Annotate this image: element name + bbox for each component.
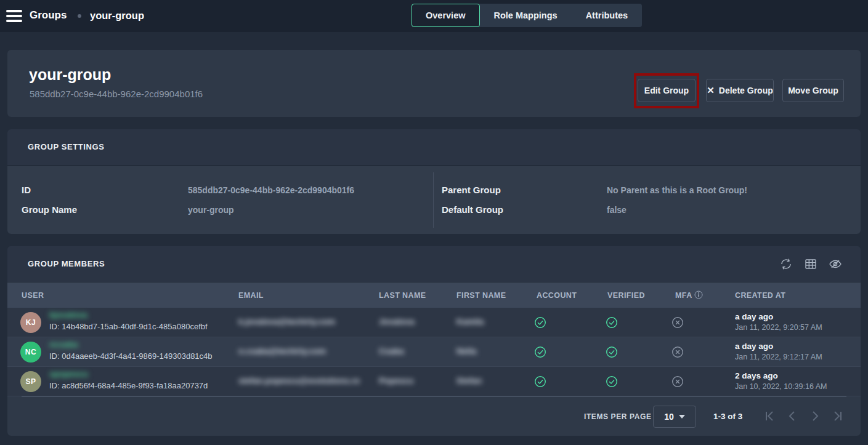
account-check-icon xyxy=(533,345,547,359)
last-name-redacted: Popescu xyxy=(379,376,413,385)
username-redacted: spopescu xyxy=(49,369,88,379)
username-redacted: kjovalova xyxy=(49,310,87,319)
hamburger-menu-icon[interactable] xyxy=(6,10,22,22)
first-page-icon[interactable] xyxy=(763,409,777,423)
created-absolute: Jan 11, 2022, 9:12:17 AM xyxy=(735,353,822,361)
col-mfa: MFA xyxy=(675,291,692,300)
group-members-section: GROUP MEMBERS xyxy=(7,246,861,436)
avatar: KJ xyxy=(20,312,41,333)
eye-off-icon[interactable] xyxy=(828,257,843,271)
edit-group-button[interactable]: Edit Group xyxy=(638,79,696,102)
pagination-range: 1-3 of 3 xyxy=(713,412,742,421)
account-check-icon xyxy=(533,375,547,388)
account-check-icon xyxy=(533,316,547,329)
table-icon[interactable] xyxy=(803,257,818,271)
field-label-parent-group: Parent Group xyxy=(442,185,501,195)
created-relative: 2 days ago xyxy=(735,371,778,380)
email-redacted: n.csaba@techirly.com xyxy=(238,347,326,356)
verified-check-icon xyxy=(605,316,619,329)
verified-check-icon xyxy=(605,345,619,359)
previous-page-icon[interactable] xyxy=(785,409,800,423)
col-user: USER xyxy=(22,291,44,300)
field-value-id: 585ddb27-0c9e-44bb-962e-2cd9904b01f6 xyxy=(188,185,354,195)
col-last-name: LAST NAME xyxy=(379,291,426,300)
group-members-title: GROUP MEMBERS xyxy=(28,259,105,268)
avatar: NC xyxy=(20,342,41,363)
email-redacted: k.jovalova@techirly.com xyxy=(238,317,335,326)
username-redacted: ncsaba xyxy=(49,340,78,349)
mfa-cross-icon xyxy=(671,316,684,329)
mfa-cross-icon xyxy=(671,345,684,359)
tab-attributes[interactable]: Attributes xyxy=(572,4,642,27)
field-value-parent-group: No Parent as this is a Root Group! xyxy=(607,185,747,195)
user-id: ID: 0d4aaeeb-4d3f-4a41-9869-149303d81c4b xyxy=(49,351,213,361)
field-label-group-name: Group Name xyxy=(22,204,77,215)
breadcrumb-groups[interactable]: Groups xyxy=(30,9,67,22)
user-id: ID: 14b48bd7-15ab-40df-9d1c-485a080cefbf xyxy=(49,322,208,331)
created-absolute: Jan 11, 2022, 9:20:57 AM xyxy=(735,323,822,332)
created-relative: a day ago xyxy=(735,312,773,321)
member-row-1[interactable]: KJ kjovalova ID: 14b48bd7-15ab-40df-9d1c… xyxy=(7,308,861,337)
items-per-page-label: ITEMS PER PAGE xyxy=(584,412,652,421)
page-title: your-group xyxy=(29,66,111,84)
tab-strip: Overview Role Mappings Attributes xyxy=(412,4,642,27)
last-name-redacted: Csaba xyxy=(379,347,404,356)
breadcrumb-current-group: your-group xyxy=(90,10,144,22)
field-value-default-group: false xyxy=(607,205,627,215)
page-size-value: 10 xyxy=(664,412,674,422)
col-verified: VERIFIED xyxy=(607,291,645,300)
mfa-info-icon[interactable] xyxy=(694,290,704,300)
first-name-redacted: Stefan xyxy=(456,376,482,385)
group-settings-title: GROUP SETTINGS xyxy=(28,142,104,151)
user-id: ID: ac8d56f4-68a4-485e-9f93-fa18aa20737d xyxy=(49,381,208,390)
tab-role-mappings[interactable]: Role Mappings xyxy=(480,4,572,27)
mfa-cross-icon xyxy=(671,375,684,388)
first-name-redacted: Nella xyxy=(456,347,476,356)
verified-check-icon xyxy=(605,375,619,388)
move-group-button[interactable]: Move Group xyxy=(782,79,844,102)
member-row-3[interactable]: SP spopescu ID: ac8d56f4-68a4-485e-9f93-… xyxy=(7,367,861,396)
members-table-header: USER EMAIL LAST NAME FIRST NAME ACCOUNT … xyxy=(7,283,861,308)
group-members-header: GROUP MEMBERS xyxy=(7,246,861,282)
field-label-id: ID xyxy=(22,185,31,195)
group-settings-section: GROUP SETTINGS ID 585ddb27-0c9e-44bb-962… xyxy=(7,129,861,234)
next-page-icon[interactable] xyxy=(808,409,822,423)
col-email: EMAIL xyxy=(238,291,264,300)
tab-overview[interactable]: Overview xyxy=(412,4,480,27)
created-absolute: Jan 10, 2022, 10:39:16 AM xyxy=(735,382,827,391)
avatar: SP xyxy=(20,371,41,392)
settings-column-divider xyxy=(433,172,434,228)
pagination-divider xyxy=(22,396,846,397)
delete-x-icon: ✕ xyxy=(707,85,715,96)
col-created-at: CREATED AT xyxy=(735,291,785,300)
group-settings-header: GROUP SETTINGS xyxy=(7,129,861,165)
refresh-icon[interactable] xyxy=(779,257,793,271)
member-row-2[interactable]: NC ncsaba ID: 0d4aaeeb-4d3f-4a41-9869-14… xyxy=(7,337,861,367)
group-uuid: 585ddb27-0c9e-44bb-962e-2cd9904b01f6 xyxy=(30,89,203,99)
field-value-group-name: your-group xyxy=(188,205,234,215)
delete-group-label: Delete Group xyxy=(719,86,773,95)
delete-group-button[interactable]: ✕ Delete Group xyxy=(706,79,774,102)
top-bar: Groups your-group Overview Role Mappings… xyxy=(0,0,868,32)
last-page-icon[interactable] xyxy=(830,409,845,423)
created-relative: a day ago xyxy=(735,342,773,351)
page-size-select[interactable]: 10 xyxy=(653,406,696,428)
group-settings-body: ID 585ddb27-0c9e-44bb-962e-2cd9904b01f6 … xyxy=(7,166,861,234)
col-first-name: FIRST NAME xyxy=(456,291,506,300)
field-label-default-group: Default Group xyxy=(442,204,503,215)
email-redacted: stefan.popescu@evolutions.ro xyxy=(238,376,360,385)
col-account: ACCOUNT xyxy=(537,291,577,300)
breadcrumb-separator-dot xyxy=(78,14,81,18)
first-name-redacted: Kamila xyxy=(456,317,484,326)
chevron-down-icon xyxy=(679,415,685,419)
last-name-redacted: Jovalova xyxy=(379,317,415,326)
